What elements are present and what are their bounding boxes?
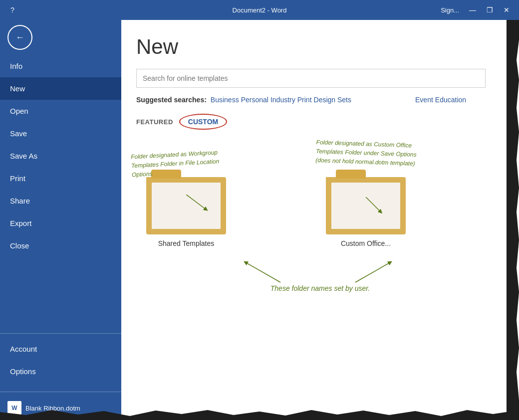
restore-button[interactable]: ❐ <box>482 2 497 17</box>
folder-label-shared: Shared Templates <box>158 239 215 247</box>
sidebar-item-save[interactable]: Save <box>0 122 121 145</box>
tab-featured[interactable]: FEATURED <box>136 115 179 129</box>
folder-label-custom: Custom Office... <box>341 239 391 247</box>
sidebar-divider-2 <box>0 392 121 392</box>
folder-item-shared[interactable]: Folder designated as Workgroup Templates… <box>146 170 226 247</box>
arrow-custom <box>356 197 386 217</box>
bottom-arrows-svg <box>196 257 445 287</box>
sidebar-bottom: Account Options <box>0 338 121 388</box>
suggested-event[interactable]: Event <box>415 96 433 104</box>
suggested-industry[interactable]: Industry <box>270 96 295 104</box>
sidebar-nav: Info New Open Save Save As Print Share E… <box>0 55 121 329</box>
sidebar-item-info[interactable]: Info <box>0 55 121 77</box>
sidebar: ← Info New Open Save Save As Print Share <box>0 20 121 420</box>
search-input[interactable] <box>136 69 486 88</box>
sidebar-item-open[interactable]: Open <box>0 100 121 122</box>
tabs-row: FEATURED CUSTOM <box>136 114 504 130</box>
tab-custom[interactable]: CUSTOM <box>179 114 227 130</box>
suggested-print[interactable]: Print <box>297 96 312 104</box>
sidebar-item-export[interactable]: Export <box>0 212 121 234</box>
window-title: Document2 - Word <box>233 6 287 14</box>
main-content: New Suggested searches: Business Persona… <box>121 20 519 420</box>
page-title: New <box>136 35 504 59</box>
close-button[interactable]: ✕ <box>499 2 514 17</box>
sidebar-item-account[interactable]: Account <box>0 338 121 360</box>
suggested-design-sets[interactable]: Design Sets <box>314 96 351 104</box>
window-controls: — ❐ ✕ <box>465 2 514 17</box>
svg-line-3 <box>355 262 390 282</box>
word-icon: W <box>7 401 21 415</box>
svg-line-1 <box>366 197 381 212</box>
sidebar-item-print[interactable]: Print <box>0 167 121 190</box>
templates-area: Folder designated as Workgroup Templates… <box>136 140 504 307</box>
folder-item-custom-office[interactable]: Folder designated as Custom Office Templ… <box>326 170 406 247</box>
suggested-business[interactable]: Business <box>211 96 239 104</box>
suggested-label: Suggested searches: <box>136 96 207 104</box>
app-container: ← Info New Open Save Save As Print Share <box>0 20 519 420</box>
suggested-personal[interactable]: Personal <box>241 96 268 104</box>
sidebar-item-close[interactable]: Close <box>0 234 121 257</box>
sidebar-divider-1 <box>0 333 121 334</box>
svg-line-2 <box>246 262 280 282</box>
sidebar-item-options[interactable]: Options <box>0 360 121 383</box>
annotation-custom-office: Folder designated as Custom Office Templ… <box>315 138 431 169</box>
arrow-shared <box>186 195 216 214</box>
suggested-education[interactable]: Education <box>435 96 466 104</box>
sidebar-item-save-as[interactable]: Save As <box>0 145 121 167</box>
minimize-button[interactable]: — <box>465 2 480 17</box>
signin-button[interactable]: Sign... <box>441 6 459 14</box>
title-bar: ? Document2 - Word Sign... — ❐ ✕ <box>0 0 519 20</box>
svg-line-0 <box>186 195 206 210</box>
sidebar-item-share[interactable]: Share <box>0 190 121 212</box>
help-button[interactable]: ? <box>5 2 20 17</box>
arrow-area: These folder names set by user. <box>196 257 445 292</box>
annotation-shared: Folder designated as Workgroup Templates… <box>131 147 237 180</box>
torn-edge-right <box>507 20 519 420</box>
sidebar-item-new[interactable]: New <box>0 77 121 100</box>
suggested-searches: Suggested searches: Business Personal In… <box>136 96 504 104</box>
back-button[interactable]: ← <box>7 25 32 50</box>
